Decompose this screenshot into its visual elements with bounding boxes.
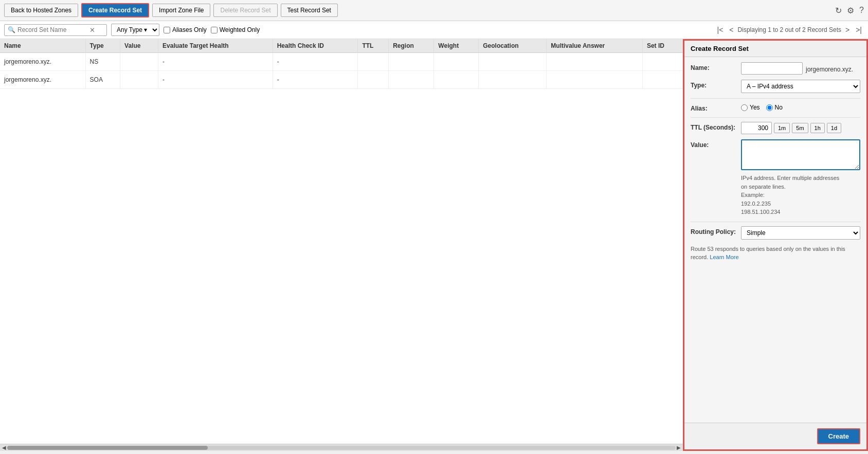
settings-icon[interactable]: ⚙ <box>847 6 854 15</box>
divider-2 <box>691 117 860 118</box>
right-panel-body: Name: jorgemoreno.xyz. Type: A – IPv4 ad… <box>684 57 866 423</box>
table-body: jorgemoreno.xyz.NS--jorgemoreno.xyz.SOA-… <box>0 53 683 89</box>
col-region: Region <box>389 39 434 53</box>
alias-no-radio[interactable] <box>766 104 773 111</box>
horizontal-scrollbar[interactable]: ◀ ▶ <box>0 444 683 451</box>
col-type: Type <box>85 39 120 53</box>
table-cell: - <box>273 71 358 89</box>
scroll-thumb[interactable] <box>7 446 208 450</box>
table-cell <box>547 53 643 71</box>
aliases-only-label: Aliases Only <box>172 26 207 33</box>
ttl-input[interactable] <box>741 122 772 134</box>
weighted-only-checkbox-label[interactable]: Weighted Only <box>211 26 260 33</box>
table-cell <box>389 71 434 89</box>
right-panel-footer: Create <box>684 423 866 449</box>
alias-form-row: Alias: Yes No <box>691 103 860 112</box>
table-cell <box>479 53 547 71</box>
weighted-only-label: Weighted Only <box>220 26 260 33</box>
search-icon: 🔍 <box>8 26 15 33</box>
alias-yes-text: Yes <box>750 104 760 111</box>
records-table: Name Type Value Evaluate Target Health H… <box>0 39 683 89</box>
col-value: Value <box>120 39 158 53</box>
alias-label: Alias: <box>691 103 737 112</box>
value-textarea[interactable] <box>741 139 860 170</box>
routing-select[interactable]: Simple Weighted Latency Failover Geoloca… <box>741 226 860 240</box>
col-ttl: TTL <box>358 39 389 53</box>
routing-description: Route 53 responds to queries based only … <box>691 245 860 262</box>
ttl-5m-button[interactable]: 5m <box>792 123 808 133</box>
clear-icon[interactable]: ✕ <box>89 26 95 34</box>
import-zone-file-button[interactable]: Import Zone File <box>152 4 210 17</box>
aliases-only-checkbox[interactable] <box>164 27 170 33</box>
type-label: Type: <box>691 80 737 89</box>
value-hint: IPv4 address. Enter multiple addresseson… <box>741 174 860 216</box>
ttl-1m-button[interactable]: 1m <box>774 123 790 133</box>
table-cell: - <box>273 53 358 71</box>
create-button[interactable]: Create <box>817 428 860 444</box>
type-select[interactable]: A – IPv4 address AAAA – IPv6 address CNA… <box>741 80 860 93</box>
aliases-only-checkbox-label[interactable]: Aliases Only <box>164 26 207 33</box>
right-panel: Create Record Set Name: jorgemoreno.xyz.… <box>683 39 868 451</box>
right-panel-title: Create Record Set <box>691 45 749 52</box>
table-cell: jorgemoreno.xyz. <box>0 53 85 71</box>
table-row[interactable]: jorgemoreno.xyz.NS-- <box>0 53 683 71</box>
next-page-button[interactable]: > <box>843 25 852 35</box>
col-geolocation: Geolocation <box>479 39 547 53</box>
divider-3 <box>691 222 860 222</box>
table-cell: jorgemoreno.xyz. <box>0 71 85 89</box>
routing-form-row: Routing Policy: Simple Weighted Latency … <box>691 226 860 240</box>
test-record-set-button[interactable]: Test Record Set <box>281 4 338 17</box>
scroll-right-arrow[interactable]: ▶ <box>676 445 682 450</box>
table-cell <box>120 53 158 71</box>
table-cell <box>642 53 682 71</box>
help-icon[interactable]: ? <box>859 6 864 15</box>
table-row[interactable]: jorgemoreno.xyz.SOA-- <box>0 71 683 89</box>
delete-record-set-button[interactable]: Delete Record Set <box>213 4 277 17</box>
scroll-left-arrow[interactable]: ◀ <box>1 445 7 450</box>
learn-more-link[interactable]: Learn More <box>710 254 738 260</box>
col-multivalue-answer: Multivalue Answer <box>547 39 643 53</box>
create-record-set-button[interactable]: Create Record Set <box>81 3 149 17</box>
col-evaluate-target-health: Evaluate Target Health <box>158 39 273 53</box>
alias-yes-radio[interactable] <box>741 104 748 111</box>
col-name: Name <box>0 39 85 53</box>
pagination-text: Displaying 1 to 2 out of 2 Record Sets <box>738 26 841 33</box>
table-cell: SOA <box>85 71 120 89</box>
type-filter-select[interactable]: Any Type ▾ <box>111 24 159 36</box>
col-health-check-id: Health Check ID <box>273 39 358 53</box>
pagination-area: |< < Displaying 1 to 2 out of 2 Record S… <box>715 25 864 35</box>
name-input[interactable] <box>741 62 803 75</box>
alias-yes-label[interactable]: Yes <box>741 104 760 111</box>
alias-no-label[interactable]: No <box>766 104 783 111</box>
table-cell <box>358 53 389 71</box>
table-cell <box>434 71 479 89</box>
table-header-row: Name Type Value Evaluate Target Health H… <box>0 39 683 53</box>
table-cell: - <box>158 71 273 89</box>
weighted-only-checkbox[interactable] <box>211 27 218 33</box>
type-control: A – IPv4 address AAAA – IPv6 address CNA… <box>741 80 860 93</box>
search-input[interactable] <box>17 26 89 33</box>
ttl-1d-button[interactable]: 1d <box>827 123 841 133</box>
toolbar: Back to Hosted Zones Create Record Set I… <box>0 0 868 21</box>
top-icons: ↻ ⚙ ? <box>835 6 864 15</box>
col-weight: Weight <box>434 39 479 53</box>
prev-page-button[interactable]: < <box>727 25 735 35</box>
name-suffix: jorgemoreno.xyz. <box>806 64 853 73</box>
ttl-label: TTL (Seconds): <box>691 122 737 131</box>
table-cell <box>358 71 389 89</box>
table-cell: - <box>158 53 273 71</box>
table-cell <box>434 53 479 71</box>
routing-label: Routing Policy: <box>691 226 737 235</box>
last-page-button[interactable]: >| <box>854 25 864 35</box>
refresh-icon[interactable]: ↻ <box>835 6 842 15</box>
ttl-form-row: TTL (Seconds): 1m 5m 1h 1d <box>691 122 860 134</box>
first-page-button[interactable]: |< <box>715 25 726 35</box>
table-cell <box>642 71 682 89</box>
table-area: Name Type Value Evaluate Target Health H… <box>0 39 683 444</box>
ttl-1h-button[interactable]: 1h <box>810 123 825 133</box>
search-box: 🔍 ✕ <box>4 24 107 36</box>
alias-no-text: No <box>775 104 783 111</box>
back-button[interactable]: Back to Hosted Zones <box>4 4 78 17</box>
scroll-track[interactable] <box>7 446 676 450</box>
name-form-row: Name: jorgemoreno.xyz. <box>691 62 860 75</box>
